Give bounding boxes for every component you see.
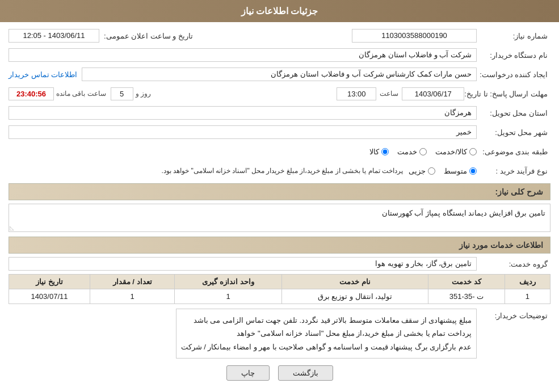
category-label-khedmat: خدمت <box>397 147 417 156</box>
buyer-notes-row: توضیحات خریدار: مبلغ پیشنهادی از سقف معا… <box>9 309 550 359</box>
category-option-kala: کالا <box>369 147 389 156</box>
col-service-code: کد خدمت <box>428 275 505 289</box>
need-description-value: تامین برق افزایش دیماند ایستگاه پمپاژ آب… <box>9 204 550 232</box>
col-row-num: ردیف <box>505 275 550 289</box>
back-button[interactable]: بازگشت <box>278 365 333 381</box>
need-number-value: 1103003588000190 <box>352 29 477 43</box>
city-value: خمیر <box>9 125 477 139</box>
purchase-type-label-motavasset: متوسط <box>444 167 467 175</box>
cell-quantity: 1 <box>90 289 174 304</box>
reply-remaining-label: ساعت باقی مانده <box>56 90 106 98</box>
cell-row-num: 1 <box>505 289 550 304</box>
page-header: جزئیات اطلاعات نیاز <box>0 0 559 22</box>
reply-date: 1403/06/17 <box>402 87 464 100</box>
reply-time: 13:00 <box>337 87 376 100</box>
purchase-type-option-jozi: جزیی <box>409 167 435 175</box>
city-label: شهر محل تحویل: <box>477 128 550 137</box>
creator-row: ایجاد کننده درخواست: حسن مارات کمک کارشن… <box>9 66 550 82</box>
buyer-name-label: نام دستگاه خریدار: <box>477 51 550 60</box>
need-description-section-title: شرح کلی نیاز: <box>9 183 550 200</box>
service-group-value: تامین برق، گاز، بخار و تهویه هوا <box>9 257 477 271</box>
province-label: استان محل تحویل: <box>477 109 550 117</box>
category-radio-khedmat[interactable] <box>419 148 427 155</box>
category-radio-group: کالا/خدمت خدمت کالا <box>369 147 477 156</box>
print-button[interactable]: چاپ <box>226 365 270 381</box>
table-header-row: ردیف کد خدمت نام خدمت واحد اندازه گیری ت… <box>9 275 550 289</box>
category-label-kala-khedmat: کالا/خدمت <box>435 147 467 156</box>
buyer-note-line-2: پرداخت تمام یا بخشی از مبلغ خرید،از مبلغ… <box>181 327 472 340</box>
category-row: طبقه بندی موضوعی: کالا/خدمت خدمت کالا <box>9 144 550 159</box>
col-date: تاریخ نیاز <box>9 275 90 289</box>
cell-service-code: ت -35-351 <box>428 289 505 304</box>
reply-remaining: 23:40:56 <box>9 87 54 100</box>
creator-value: حسن مارات کمک کارشناس شرکت آب و فاضلاب ا… <box>82 68 477 81</box>
col-quantity: تعداد / مقدار <box>90 275 174 289</box>
purchase-type-row: نوع فرآیند خرید : متوسط جزیی پرداخت تمام… <box>9 163 550 179</box>
need-number-label: شماره نیاز: <box>477 32 550 40</box>
reply-deadline-label: مهلت ارسال پاسخ: تا تاریخ: <box>464 90 550 98</box>
category-label: طبقه بندی موضوعی: <box>477 147 550 156</box>
reply-days: 5 <box>111 87 133 100</box>
service-group-row: گروه خدمت: تامین برق، گاز، بخار و تهویه … <box>9 257 550 271</box>
category-radio-kala[interactable] <box>381 148 389 155</box>
col-service-name: نام خدمت <box>281 275 428 289</box>
buyer-note-line-1: مبلغ پیشنهادی از سقف معاملات متوسط بالات… <box>181 314 472 327</box>
button-row: بازگشت چاپ <box>9 365 550 381</box>
purchase-type-label: نوع فرآیند خرید : <box>477 167 550 175</box>
service-group-label: گروه خدمت: <box>477 260 550 268</box>
cell-service-name: تولید، انتقال و توزیع برق <box>281 289 428 304</box>
purchase-type-note: پرداخت تمام یا بخشی از مبلغ خرید،از مبلغ… <box>161 167 403 175</box>
reply-deadline-row: مهلت ارسال پاسخ: تا تاریخ: 1403/06/17 سا… <box>9 86 550 102</box>
buyer-notes-label: توضیحات خریدار: <box>477 309 550 320</box>
table-row: 1 ت -35-351 تولید، انتقال و توزیع برق 1 … <box>9 289 550 304</box>
need-number-row: شماره نیاز: 1103003588000190 تاریخ و ساع… <box>9 28 550 44</box>
buyer-name-value: شرکت آب و فاضلاب استان هرمزگان <box>9 48 477 62</box>
province-row: استان محل تحویل: هرمزگان <box>9 105 550 121</box>
service-info-section-title: اطلاعات خدمات مورد نیاز <box>9 237 550 254</box>
cell-date: 1403/07/11 <box>9 289 90 304</box>
purchase-type-radio-group: متوسط جزیی <box>409 167 477 175</box>
cell-unit: 1 <box>175 289 281 304</box>
purchase-type-radio-jozi[interactable] <box>428 167 435 175</box>
category-label-kala: کالا <box>369 147 379 156</box>
page-title: جزئیات اطلاعات نیاز <box>241 6 318 16</box>
contact-link[interactable]: اطلاعات تماس خریدار <box>9 70 77 79</box>
announce-date-label: تاریخ و ساعت اعلان عمومی: <box>99 32 196 40</box>
reply-days-label: روز و <box>136 90 151 98</box>
purchase-type-radio-motavasset[interactable] <box>469 167 477 175</box>
purchase-type-option-motavasset: متوسط <box>444 167 477 175</box>
province-value: هرمزگان <box>9 106 477 120</box>
purchase-type-label-jozi: جزیی <box>409 167 426 175</box>
category-radio-kala-khedmat[interactable] <box>469 148 477 155</box>
reply-time-label: ساعت <box>380 90 398 98</box>
creator-label: ایجاد کننده درخواست: <box>477 70 550 79</box>
category-option-kala-khedmat: کالا/خدمت <box>435 147 477 156</box>
announce-date-value: 1403/06/11 - 12:05 <box>9 29 99 43</box>
buyer-name-row: نام دستگاه خریدار: شرکت آب و فاضلاب استا… <box>9 47 550 63</box>
city-row: شهر محل تحویل: خمیر <box>9 124 550 140</box>
services-table: ردیف کد خدمت نام خدمت واحد اندازه گیری ت… <box>9 274 550 304</box>
resize-handle-icon: ◺ <box>10 225 14 231</box>
col-unit: واحد اندازه گیری <box>175 275 281 289</box>
buyer-notes-value: مبلغ پیشنهادی از سقف معاملات متوسط بالات… <box>176 309 477 359</box>
buyer-note-line-3: عدم بارگزاری برگ پیشنهاد قیمت و اساسنامه… <box>181 340 472 353</box>
category-option-khedmat: خدمت <box>397 147 427 156</box>
